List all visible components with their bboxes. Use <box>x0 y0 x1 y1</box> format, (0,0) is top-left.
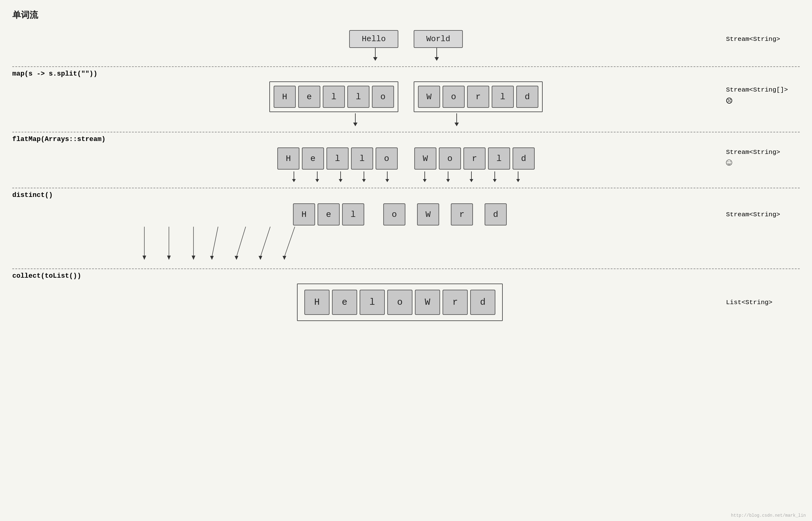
dashed-line-2 <box>12 132 800 132</box>
l-box-1: l <box>323 86 345 108</box>
top-words-center: Hello World <box>92 30 720 48</box>
svg-marker-1 <box>142 255 146 260</box>
l-flat-1: l <box>326 148 349 169</box>
r-collect: r <box>443 290 468 315</box>
o-flat-2: o <box>439 148 461 169</box>
o-distinct: o <box>383 203 405 225</box>
l-box-3: l <box>492 86 514 108</box>
dashed-line-3 <box>12 188 800 188</box>
svg-line-8 <box>236 227 246 257</box>
collect-center: H e l o W r d <box>92 284 720 321</box>
o-collect: o <box>387 290 413 315</box>
flatmap-rest: (Arrays::stream) <box>41 135 105 143</box>
svg-line-6 <box>212 227 218 257</box>
d-distinct: d <box>485 203 507 225</box>
arrow-row-2 <box>12 113 800 126</box>
map-stream-label: Stream<String[]> <box>726 86 788 93</box>
o-flat-1: o <box>376 148 398 169</box>
world-arrow-down <box>414 48 460 61</box>
svg-marker-3 <box>167 255 171 260</box>
r-box-1: r <box>467 86 489 108</box>
hello-word-box: Hello <box>349 30 398 48</box>
world-flat-group: W o r l d <box>414 147 535 170</box>
map-row: H e l l o W o r l d Stream<String[]> ☹ <box>12 82 800 112</box>
o-box-2: o <box>443 86 465 108</box>
arrow-row-3 <box>12 172 800 182</box>
e-flat-1: e <box>302 148 324 169</box>
arrow-row-1 <box>12 48 800 61</box>
flatmap-center: H e l l o W o r l d <box>92 147 720 170</box>
hello-array-group: H e l l o <box>269 82 398 112</box>
h-collect: H <box>304 290 329 315</box>
w-collect: W <box>415 290 440 315</box>
watermark: http://blog.csdn.net/mark_lin <box>731 513 806 518</box>
h-distinct: H <box>293 203 315 225</box>
distinct-label: distinct() <box>12 191 800 199</box>
sad-emoji: ☹ <box>726 95 732 108</box>
svg-marker-9 <box>235 256 238 260</box>
top-stream-label: Stream<String> <box>720 36 800 43</box>
h-flat-1: H <box>277 148 299 169</box>
many-arrows-svg <box>12 226 800 263</box>
distinct-keyword: distinct <box>12 191 45 199</box>
o-box-1: o <box>372 86 394 108</box>
page-title: 单词流 <box>12 9 800 21</box>
world-array-group: W o r l d <box>414 82 543 112</box>
flatmap-label: flatMap(Arrays::stream) <box>12 135 800 143</box>
collect-row: H e l o W r d List<String> <box>12 284 800 321</box>
svg-marker-11 <box>259 256 262 260</box>
diagram: Hello World Stream<String> map( <box>12 27 800 321</box>
world-word-box: World <box>414 30 463 48</box>
distinct-row: H e l o W r d Stream<String> <box>12 203 800 226</box>
flatmap-row: H e l l o W o r l d Stream<String> ☺ <box>12 147 800 170</box>
world-arrow-2 <box>414 113 500 126</box>
d-flat-1: d <box>513 148 535 169</box>
hello-arrow-down <box>352 48 398 61</box>
flatmap-keyword: flatMap <box>12 135 41 143</box>
distinct-center: H e l o W r d <box>92 203 720 226</box>
l-collect: l <box>359 290 385 315</box>
hello-flat-group: H e l l o <box>277 147 398 170</box>
hello-arrow-2 <box>312 113 398 126</box>
l-distinct: l <box>342 203 364 225</box>
top-words-group: Hello World <box>349 30 463 48</box>
svg-line-12 <box>284 227 295 257</box>
d-collect: d <box>470 290 495 315</box>
svg-marker-13 <box>282 256 286 260</box>
dashed-line-1 <box>12 66 800 67</box>
r-flat-1: r <box>463 148 486 169</box>
map-groups: H e l l o W o r l d <box>269 82 543 112</box>
w-distinct: W <box>417 203 439 225</box>
w-box-1: W <box>418 86 440 108</box>
map-rest: (s -> s.split("")) <box>25 70 98 78</box>
e-collect: e <box>332 290 357 315</box>
l-box-2: l <box>347 86 369 108</box>
l-flat-3: l <box>488 148 510 169</box>
map-center: H e l l o W o r l d <box>92 82 720 112</box>
map-label: map(s -> s.split("")) <box>12 70 800 78</box>
collect-group: H e l o W r d <box>297 284 503 321</box>
e-distinct: e <box>318 203 340 225</box>
e-box-1: e <box>298 86 320 108</box>
dashed-line-4 <box>12 269 800 269</box>
svg-marker-7 <box>210 256 214 260</box>
svg-marker-5 <box>192 255 195 260</box>
l-flat-2: l <box>351 148 373 169</box>
happy-emoji: ☺ <box>726 157 732 169</box>
distinct-stream-label: Stream<String> <box>726 211 800 218</box>
h-box-1: H <box>274 86 296 108</box>
many-arrows-area <box>12 226 800 263</box>
map-keyword: map <box>12 70 25 78</box>
flatmap-groups: H e l l o W o r l d <box>277 147 535 170</box>
collect-rest: (toList()) <box>41 272 81 280</box>
w-flat-1: W <box>414 148 436 169</box>
top-row: Hello World Stream<String> <box>12 27 800 48</box>
r-distinct: r <box>451 203 473 225</box>
collect-keyword: collect <box>12 272 41 280</box>
collect-stream-label: List<String> <box>726 299 800 306</box>
d-box-1: d <box>516 86 538 108</box>
svg-line-10 <box>260 227 270 257</box>
flatmap-stream-label: Stream<String> <box>726 149 780 156</box>
collect-label: collect(toList()) <box>12 272 800 280</box>
distinct-group: H e l o W r d <box>293 203 507 226</box>
